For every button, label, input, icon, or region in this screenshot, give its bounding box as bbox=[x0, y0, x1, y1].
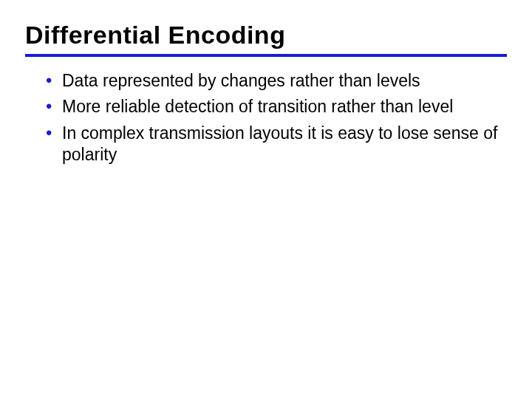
slide-title: Differential Encoding bbox=[25, 21, 507, 57]
list-item: In complex transmission layouts it is ea… bbox=[46, 123, 502, 166]
list-item: More reliable detection of transition ra… bbox=[46, 96, 502, 117]
bullet-list: Data represented by changes rather than … bbox=[25, 70, 507, 166]
slide: Differential Encoding Data represented b… bbox=[0, 0, 532, 399]
list-item: Data represented by changes rather than … bbox=[46, 70, 502, 92]
